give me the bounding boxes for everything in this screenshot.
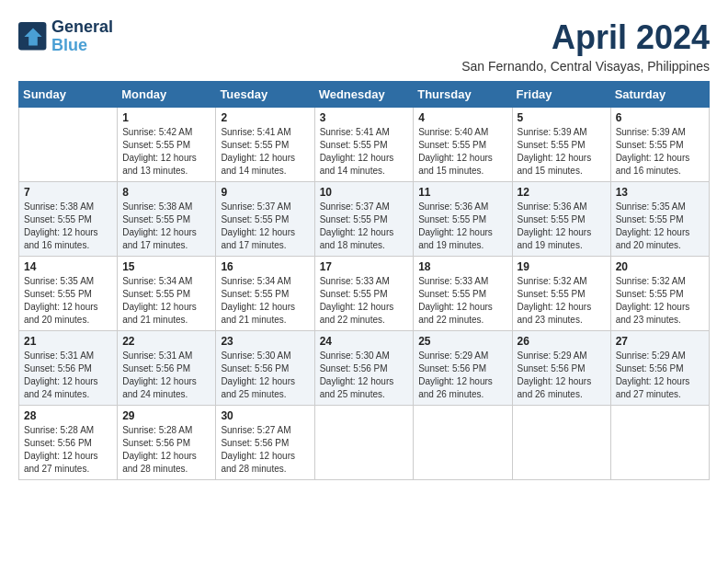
calendar-cell: 20Sunrise: 5:32 AMSunset: 5:55 PMDayligh… bbox=[610, 257, 709, 331]
day-info: Sunrise: 5:39 AMSunset: 5:55 PMDaylight:… bbox=[616, 126, 704, 178]
day-info: Sunrise: 5:28 AMSunset: 5:56 PMDaylight:… bbox=[122, 424, 210, 476]
calendar-cell: 13Sunrise: 5:35 AMSunset: 5:55 PMDayligh… bbox=[610, 182, 709, 257]
day-info: Sunrise: 5:31 AMSunset: 5:56 PMDaylight:… bbox=[122, 350, 210, 401]
day-info: Sunrise: 5:33 AMSunset: 5:55 PMDaylight:… bbox=[320, 275, 409, 327]
day-number: 8 bbox=[122, 186, 210, 199]
day-info: Sunrise: 5:30 AMSunset: 5:56 PMDaylight:… bbox=[221, 350, 309, 401]
calendar-cell: 5Sunrise: 5:39 AMSunset: 5:55 PMDaylight… bbox=[512, 108, 610, 182]
calendar-week-row: 1Sunrise: 5:42 AMSunset: 5:55 PMDaylight… bbox=[19, 108, 710, 182]
day-number: 5 bbox=[518, 111, 606, 124]
logo-text: GeneralBlue bbox=[51, 18, 113, 55]
calendar-table: SundayMondayTuesdayWednesdayThursdayFrid… bbox=[18, 81, 710, 480]
logo-icon bbox=[18, 22, 48, 52]
day-info: Sunrise: 5:36 AMSunset: 5:55 PMDaylight:… bbox=[418, 201, 506, 252]
day-number: 12 bbox=[518, 186, 606, 199]
day-info: Sunrise: 5:42 AMSunset: 5:55 PMDaylight:… bbox=[122, 126, 210, 178]
calendar-cell: 1Sunrise: 5:42 AMSunset: 5:55 PMDaylight… bbox=[118, 108, 216, 182]
day-number: 15 bbox=[122, 260, 210, 273]
calendar-cell: 11Sunrise: 5:36 AMSunset: 5:55 PMDayligh… bbox=[414, 182, 512, 257]
day-number: 7 bbox=[24, 186, 112, 199]
day-number: 2 bbox=[221, 111, 309, 124]
day-info: Sunrise: 5:32 AMSunset: 5:55 PMDaylight:… bbox=[518, 275, 606, 327]
weekday-header-sunday: Sunday bbox=[19, 82, 118, 108]
calendar-cell: 25Sunrise: 5:29 AMSunset: 5:56 PMDayligh… bbox=[414, 331, 512, 406]
day-info: Sunrise: 5:31 AMSunset: 5:56 PMDaylight:… bbox=[24, 350, 112, 401]
day-info: Sunrise: 5:39 AMSunset: 5:55 PMDaylight:… bbox=[518, 126, 606, 178]
calendar-cell: 7Sunrise: 5:38 AMSunset: 5:55 PMDaylight… bbox=[19, 182, 118, 257]
header: GeneralBlue April 2024 San Fernando, Cen… bbox=[18, 18, 710, 74]
calendar-cell: 3Sunrise: 5:41 AMSunset: 5:55 PMDaylight… bbox=[314, 108, 414, 182]
calendar-cell: 14Sunrise: 5:35 AMSunset: 5:55 PMDayligh… bbox=[19, 257, 118, 331]
day-info: Sunrise: 5:27 AMSunset: 5:56 PMDaylight:… bbox=[221, 424, 309, 476]
day-number: 14 bbox=[24, 260, 112, 273]
weekday-header-wednesday: Wednesday bbox=[314, 82, 414, 108]
day-number: 19 bbox=[518, 260, 606, 273]
day-info: Sunrise: 5:36 AMSunset: 5:55 PMDaylight:… bbox=[518, 201, 606, 252]
day-number: 29 bbox=[122, 409, 210, 422]
day-info: Sunrise: 5:41 AMSunset: 5:55 PMDaylight:… bbox=[320, 126, 409, 178]
weekday-header-monday: Monday bbox=[118, 82, 216, 108]
calendar-title: April 2024 bbox=[461, 18, 710, 57]
day-number: 22 bbox=[122, 335, 210, 348]
day-number: 13 bbox=[616, 186, 704, 199]
weekday-header-row: SundayMondayTuesdayWednesdayThursdayFrid… bbox=[19, 82, 710, 108]
calendar-cell bbox=[610, 406, 709, 480]
calendar-cell: 22Sunrise: 5:31 AMSunset: 5:56 PMDayligh… bbox=[118, 331, 216, 406]
day-number: 24 bbox=[320, 335, 409, 348]
day-info: Sunrise: 5:41 AMSunset: 5:55 PMDaylight:… bbox=[221, 126, 309, 178]
calendar-cell: 19Sunrise: 5:32 AMSunset: 5:55 PMDayligh… bbox=[512, 257, 610, 331]
day-number: 21 bbox=[24, 335, 112, 348]
day-number: 25 bbox=[418, 335, 506, 348]
calendar-cell: 17Sunrise: 5:33 AMSunset: 5:55 PMDayligh… bbox=[314, 257, 414, 331]
calendar-cell: 29Sunrise: 5:28 AMSunset: 5:56 PMDayligh… bbox=[118, 406, 216, 480]
title-area: April 2024 San Fernando, Central Visayas… bbox=[461, 18, 710, 74]
day-number: 1 bbox=[122, 111, 210, 124]
day-info: Sunrise: 5:30 AMSunset: 5:56 PMDaylight:… bbox=[320, 350, 409, 401]
calendar-cell bbox=[414, 406, 512, 480]
calendar-cell: 18Sunrise: 5:33 AMSunset: 5:55 PMDayligh… bbox=[414, 257, 512, 331]
day-info: Sunrise: 5:29 AMSunset: 5:56 PMDaylight:… bbox=[418, 350, 506, 401]
day-number: 27 bbox=[616, 335, 704, 348]
calendar-week-row: 28Sunrise: 5:28 AMSunset: 5:56 PMDayligh… bbox=[19, 406, 710, 480]
day-info: Sunrise: 5:32 AMSunset: 5:55 PMDaylight:… bbox=[616, 275, 704, 327]
day-info: Sunrise: 5:40 AMSunset: 5:55 PMDaylight:… bbox=[418, 126, 506, 178]
day-info: Sunrise: 5:38 AMSunset: 5:55 PMDaylight:… bbox=[122, 201, 210, 252]
calendar-cell: 4Sunrise: 5:40 AMSunset: 5:55 PMDaylight… bbox=[414, 108, 512, 182]
day-info: Sunrise: 5:37 AMSunset: 5:55 PMDaylight:… bbox=[320, 201, 409, 252]
day-number: 23 bbox=[221, 335, 309, 348]
day-info: Sunrise: 5:35 AMSunset: 5:55 PMDaylight:… bbox=[24, 275, 112, 327]
calendar-cell: 23Sunrise: 5:30 AMSunset: 5:56 PMDayligh… bbox=[216, 331, 314, 406]
day-number: 6 bbox=[616, 111, 704, 124]
calendar-cell bbox=[19, 108, 118, 182]
calendar-cell: 15Sunrise: 5:34 AMSunset: 5:55 PMDayligh… bbox=[118, 257, 216, 331]
day-number: 11 bbox=[418, 186, 506, 199]
calendar-subtitle: San Fernando, Central Visayas, Philippin… bbox=[461, 59, 710, 74]
weekday-header-thursday: Thursday bbox=[414, 82, 512, 108]
calendar-cell: 2Sunrise: 5:41 AMSunset: 5:55 PMDaylight… bbox=[216, 108, 314, 182]
calendar-week-row: 14Sunrise: 5:35 AMSunset: 5:55 PMDayligh… bbox=[19, 257, 710, 331]
calendar-cell: 26Sunrise: 5:29 AMSunset: 5:56 PMDayligh… bbox=[512, 331, 610, 406]
calendar-cell: 24Sunrise: 5:30 AMSunset: 5:56 PMDayligh… bbox=[314, 331, 414, 406]
calendar-week-row: 7Sunrise: 5:38 AMSunset: 5:55 PMDaylight… bbox=[19, 182, 710, 257]
day-number: 10 bbox=[320, 186, 409, 199]
day-info: Sunrise: 5:34 AMSunset: 5:55 PMDaylight:… bbox=[221, 275, 309, 327]
day-info: Sunrise: 5:29 AMSunset: 5:56 PMDaylight:… bbox=[518, 350, 606, 401]
calendar-cell: 30Sunrise: 5:27 AMSunset: 5:56 PMDayligh… bbox=[216, 406, 314, 480]
calendar-cell: 21Sunrise: 5:31 AMSunset: 5:56 PMDayligh… bbox=[19, 331, 118, 406]
day-info: Sunrise: 5:34 AMSunset: 5:55 PMDaylight:… bbox=[122, 275, 210, 327]
calendar-cell bbox=[314, 406, 414, 480]
day-number: 28 bbox=[24, 409, 112, 422]
calendar-cell: 16Sunrise: 5:34 AMSunset: 5:55 PMDayligh… bbox=[216, 257, 314, 331]
day-info: Sunrise: 5:28 AMSunset: 5:56 PMDaylight:… bbox=[24, 424, 112, 476]
day-number: 4 bbox=[418, 111, 506, 124]
day-number: 26 bbox=[518, 335, 606, 348]
day-number: 3 bbox=[320, 111, 409, 124]
day-number: 20 bbox=[616, 260, 704, 273]
weekday-header-tuesday: Tuesday bbox=[216, 82, 314, 108]
calendar-cell: 8Sunrise: 5:38 AMSunset: 5:55 PMDaylight… bbox=[118, 182, 216, 257]
day-info: Sunrise: 5:29 AMSunset: 5:56 PMDaylight:… bbox=[616, 350, 704, 401]
day-number: 9 bbox=[221, 186, 309, 199]
calendar-cell: 6Sunrise: 5:39 AMSunset: 5:55 PMDaylight… bbox=[610, 108, 709, 182]
weekday-header-saturday: Saturday bbox=[610, 82, 709, 108]
logo-area: GeneralBlue bbox=[18, 18, 113, 55]
